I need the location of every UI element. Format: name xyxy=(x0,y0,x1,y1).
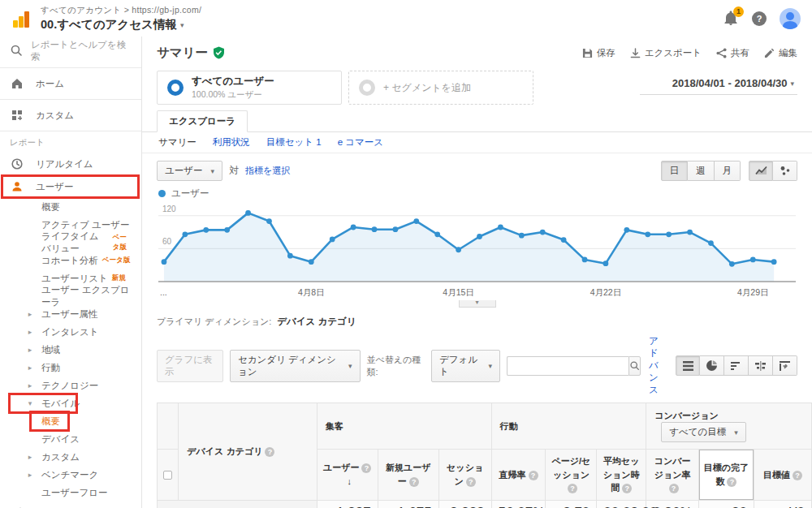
sidebar-item-mobile[interactable]: モバイル xyxy=(0,394,141,412)
save-button[interactable]: 保存 xyxy=(582,47,615,59)
column-header-conversion-rate[interactable]: コンバージョン率? xyxy=(646,450,699,501)
sort-descending-icon xyxy=(347,476,352,486)
sidebar-item-custom[interactable]: カスタム xyxy=(0,448,141,466)
percentage-view-button[interactable] xyxy=(700,355,724,376)
help-tooltip-icon[interactable]: ? xyxy=(727,477,736,487)
column-header-new-users[interactable]: 新規ユーザー? xyxy=(378,450,438,501)
table-search-input[interactable] xyxy=(507,356,628,376)
sidebar-item-technology[interactable]: テクノロジー xyxy=(0,377,141,394)
sidebar-item-customization[interactable]: カスタム xyxy=(0,101,141,129)
summary-sessions: 2,322全体に対する割合: 100.00% (2,322) xyxy=(438,500,491,508)
save-icon xyxy=(582,48,593,58)
search-icon xyxy=(10,44,23,58)
property-title[interactable]: 00.すべてのアクセス情報 xyxy=(41,17,723,32)
save-label: 保存 xyxy=(597,47,615,59)
x-axis-tick-label: ... xyxy=(160,287,167,297)
table-search-button[interactable] xyxy=(628,356,641,376)
dimension-column-header[interactable]: デバイス カテゴリ? xyxy=(179,403,317,501)
help-tooltip-icon[interactable]: ? xyxy=(409,477,419,487)
sidebar-item-audience-overview[interactable]: 概要 xyxy=(0,198,141,216)
report-subnav: サマリー 利用状況 目標セット 1 e コマース xyxy=(142,132,812,153)
column-header-bounce-rate[interactable]: 直帰率? xyxy=(491,450,546,501)
annotations-drawer-toggle[interactable] xyxy=(459,300,496,308)
user-avatar[interactable] xyxy=(780,8,801,29)
help-tooltip-icon[interactable]: ? xyxy=(622,484,632,493)
granularity-toggle: 日 週 月 xyxy=(661,161,741,181)
granularity-month-button[interactable]: 月 xyxy=(715,161,741,181)
breadcrumb[interactable]: すべてのアカウント > https://gb-jp.com/ xyxy=(41,5,723,16)
subtab-ecommerce[interactable]: e コマース xyxy=(338,136,383,149)
secondary-dimension-dropdown[interactable]: セカンダリ ディメンション xyxy=(230,350,361,382)
column-header-users[interactable]: ユーザー? xyxy=(317,450,378,501)
help-tooltip-icon[interactable]: ? xyxy=(669,484,679,493)
sidebar-item-user-explorer[interactable]: ユーザー エクスプローラ xyxy=(0,287,141,305)
sidebar-item-cohort-analysis[interactable]: コホート分析ベータ版 xyxy=(0,252,141,269)
sort-type-dropdown[interactable]: デフォルト xyxy=(431,350,500,382)
help-icon[interactable]: ? xyxy=(752,11,767,26)
column-header-sessions[interactable]: セッション? xyxy=(438,450,491,501)
property-title-label: 00.すべてのアクセス情報 xyxy=(41,18,177,31)
performance-view-button[interactable] xyxy=(724,355,749,376)
table-view-icon xyxy=(683,361,693,371)
users-time-series-chart[interactable]: 120 60 xyxy=(158,204,796,286)
share-button[interactable]: 共有 xyxy=(716,47,749,59)
sidebar-item-mobile-devices[interactable]: デバイス xyxy=(0,430,141,448)
granularity-week-button[interactable]: 週 xyxy=(688,161,715,181)
share-icon xyxy=(716,48,727,58)
add-segment-button[interactable]: + セグメントを追加 xyxy=(348,71,533,105)
sidebar-item-behavior[interactable]: 行動 xyxy=(0,359,141,377)
segment-subtitle: 100.00% ユーザー xyxy=(192,89,274,101)
sidebar-item-benchmarking[interactable]: ベンチマーク xyxy=(0,466,141,484)
column-header-goal-value[interactable]: 目標値? xyxy=(754,450,811,501)
metric-dropdown[interactable]: ユーザー xyxy=(157,161,222,181)
subtab-site-usage[interactable]: 利用状況 xyxy=(213,136,250,149)
primary-dimension-value[interactable]: デバイス カテゴリ xyxy=(277,316,356,326)
help-tooltip-icon[interactable]: ? xyxy=(466,477,476,487)
help-tooltip-icon[interactable]: ? xyxy=(568,484,577,493)
tab-explorer[interactable]: エクスプローラ xyxy=(157,110,248,132)
sidebar-item-demographics[interactable]: ユーザー属性 xyxy=(0,305,141,323)
motion-chart-view-button[interactable] xyxy=(773,161,797,181)
sidebar-item-realtime[interactable]: リアルタイム xyxy=(0,153,141,175)
select-metric-link[interactable]: 指標を選択 xyxy=(245,165,290,177)
sidebar-item-home[interactable]: ホーム xyxy=(0,70,141,97)
secondary-dimension-label: セカンダリ ディメンション xyxy=(238,354,340,378)
plot-rows-button[interactable]: グラフに表示 xyxy=(157,350,223,382)
bar-chart-icon xyxy=(731,361,741,371)
notifications-button[interactable]: 1 xyxy=(723,11,739,27)
sidebar-item-users-flow[interactable]: ユーザーフロー xyxy=(0,484,141,502)
google-analytics-logo-icon[interactable] xyxy=(13,10,31,28)
segment-chip-all-users[interactable]: すべてのユーザー 100.00% ユーザー xyxy=(157,71,342,105)
sidebar-item-label: テクノロジー xyxy=(41,380,98,392)
column-header-avg-session-duration[interactable]: 平均セッション時間? xyxy=(597,450,646,501)
verified-shield-icon xyxy=(213,46,225,59)
subtab-summary[interactable]: サマリー xyxy=(158,136,197,149)
export-button[interactable]: エクスポート xyxy=(630,47,702,59)
pivot-view-button[interactable] xyxy=(773,355,797,376)
report-search[interactable]: レポートとヘルプを検索 xyxy=(0,37,141,66)
account-header: すべてのアカウント > https://gb-jp.com/ 00.すべてのアク… xyxy=(41,5,723,32)
sidebar-item-geo[interactable]: 地域 xyxy=(0,341,141,359)
data-view-button[interactable] xyxy=(676,355,700,376)
sidebar-item-interests[interactable]: インタレスト xyxy=(0,323,141,341)
line-chart-view-button[interactable] xyxy=(749,161,773,181)
date-range-selector[interactable]: 2018/04/01 - 2018/04/30 xyxy=(640,77,797,95)
sidebar-item-lifetime-value[interactable]: ライフタイム バリューベータ版 xyxy=(0,234,141,252)
column-header-goal-completions[interactable]: 目標の完了数? xyxy=(699,450,754,501)
comparison-view-button[interactable] xyxy=(749,355,773,376)
granularity-day-button[interactable]: 日 xyxy=(661,161,689,181)
sidebar-item-audience[interactable]: ユーザー xyxy=(0,175,141,198)
help-tooltip-icon[interactable]: ? xyxy=(361,463,371,473)
sidebar-item-mobile-overview[interactable]: 概要 xyxy=(0,412,141,430)
goal-selector-dropdown[interactable]: すべての目標 xyxy=(661,422,746,442)
help-tooltip-icon[interactable]: ? xyxy=(529,471,538,480)
edit-button[interactable]: 編集 xyxy=(764,47,797,59)
select-all-checkbox[interactable] xyxy=(163,471,172,480)
help-tooltip-icon[interactable]: ? xyxy=(793,471,802,480)
help-tooltip-icon[interactable]: ? xyxy=(265,447,274,457)
beta-badge: ベータ版 xyxy=(112,233,132,252)
column-header-pages-session[interactable]: ページ/セッション? xyxy=(546,450,597,501)
advanced-filter-link[interactable]: アドバンス xyxy=(649,335,667,396)
subtab-goal-set-1[interactable]: 目標セット 1 xyxy=(266,136,322,149)
sidebar-item-acquisition[interactable]: 集客 xyxy=(0,502,141,508)
